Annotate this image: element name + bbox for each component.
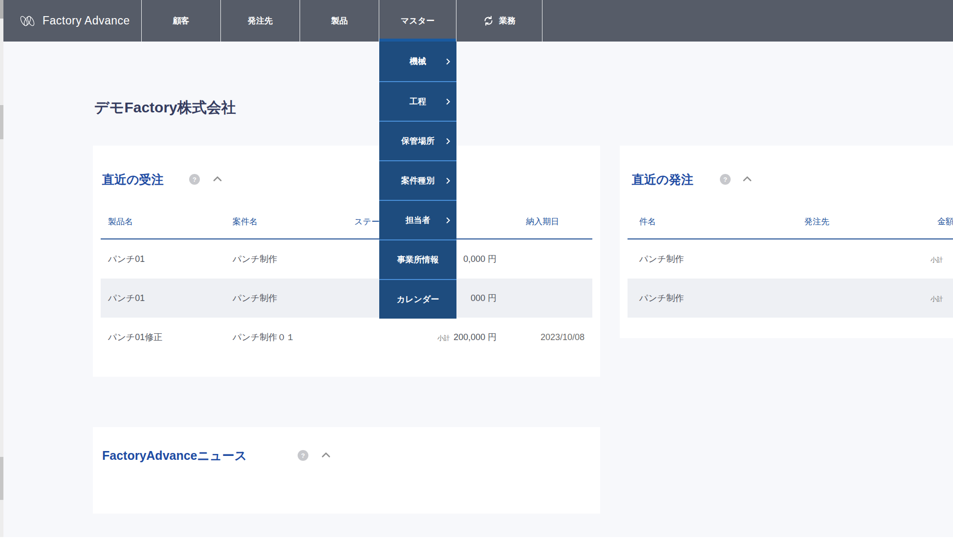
cell-amount: 小計200,000 円 (437, 318, 497, 357)
menu-item-calendar[interactable]: カレンダー (379, 279, 456, 319)
brand-name: Factory Advance (43, 14, 130, 27)
news-card: FactoryAdvanceニュース ? (93, 427, 600, 514)
cell-amount: 0,000 円 (463, 239, 497, 279)
cell-due-date: 2023/10/08 (541, 318, 585, 357)
master-dropdown-menu: 機械 工程 保管場所 案件種別 担当者 事業所情報 カレンダー (379, 42, 456, 319)
order-row[interactable]: パンチ01修正 パンチ制作０１ 小計200,000 円 2023/10/08 (101, 318, 592, 357)
nav-item-customers[interactable]: 顧客 (142, 0, 221, 42)
cell-amount: 000 円 (471, 279, 497, 318)
subtotal-label: 小計 (931, 256, 943, 263)
top-navbar: Factory Advance 顧客 発注先 製品 マスター 業務 (3, 0, 953, 42)
menu-label: 保管場所 (401, 135, 434, 147)
nav-label: 製品 (331, 15, 348, 26)
cell-subject: パンチ制作 (639, 239, 684, 279)
window-edge-segment (0, 0, 3, 19)
question-glyph: ? (723, 176, 727, 183)
cell-product: パンチ01 (108, 279, 145, 318)
question-glyph: ? (301, 452, 305, 459)
menu-item-machines[interactable]: 機械 (379, 42, 456, 81)
chevron-up-icon[interactable] (743, 176, 752, 181)
col-header-project: 案件名 (233, 216, 258, 227)
nav-label: 発注先 (248, 15, 273, 26)
help-icon[interactable]: ? (298, 450, 308, 461)
brand-logo[interactable]: Factory Advance (3, 0, 142, 42)
chevron-right-icon (446, 98, 450, 105)
nav-label: 業務 (499, 15, 516, 26)
nav-label: 顧客 (173, 15, 190, 26)
window-edge-segment (0, 457, 3, 500)
subtotal-label: 小計 (437, 334, 450, 342)
cell-amount: 小計 (931, 279, 947, 318)
purchase-row-highlighted[interactable]: パンチ制作 小計 (628, 279, 953, 318)
col-header-due-date: 納入期日 (526, 216, 559, 227)
subtotal-label: 小計 (931, 295, 943, 302)
brand-mark-icon (18, 15, 37, 27)
chevron-right-icon (446, 58, 450, 65)
nav-item-master[interactable]: マスター (379, 0, 456, 42)
menu-label: 工程 (410, 96, 426, 107)
cell-project: パンチ制作０１ (233, 318, 295, 357)
menu-item-office-info[interactable]: 事業所情報 (379, 239, 456, 279)
col-header-subject: 件名 (639, 216, 656, 227)
col-header-supplier: 発注先 (804, 216, 829, 227)
menu-item-project-types[interactable]: 案件種別 (379, 160, 456, 200)
menu-label: カレンダー (397, 294, 439, 305)
nav-item-operations[interactable]: 業務 (456, 0, 542, 42)
nav-item-products[interactable]: 製品 (300, 0, 379, 42)
chevron-right-icon (446, 217, 450, 223)
chevron-right-icon (446, 138, 450, 144)
news-title: FactoryAdvanceニュース (102, 448, 247, 464)
menu-label: 案件種別 (401, 175, 434, 186)
nav-item-suppliers[interactable]: 発注先 (221, 0, 300, 42)
help-icon[interactable]: ? (189, 174, 200, 185)
cell-project: パンチ制作 (233, 279, 277, 318)
cell-amount: 小計 (931, 239, 947, 279)
recent-purchases-title: 直近の発注 (632, 172, 693, 188)
menu-item-processes[interactable]: 工程 (379, 81, 456, 121)
chevron-up-icon[interactable] (213, 176, 222, 181)
window-edge-segment (0, 105, 3, 139)
order-row[interactable]: パンチ01 パンチ制作 0,000 円 (101, 239, 592, 279)
recent-orders-title: 直近の受注 (102, 172, 164, 188)
cell-product: パンチ01 (108, 239, 145, 279)
order-row-highlighted[interactable]: パンチ01 パンチ制作 000 円 (101, 279, 592, 318)
menu-label: 担当者 (406, 215, 431, 226)
purchase-row[interactable]: パンチ制作 小計 (628, 239, 953, 279)
recent-orders-card: 直近の受注 ? 製品名 案件名 ステータス 納入期日 パンチ01 パンチ制作 0… (93, 146, 600, 377)
help-icon[interactable]: ? (720, 174, 731, 185)
nav-label: マスター (401, 15, 434, 26)
refresh-icon (483, 15, 494, 26)
chevron-right-icon (446, 177, 450, 184)
col-header-product: 製品名 (108, 216, 133, 227)
menu-label: 機械 (410, 56, 426, 67)
window-edge-strip (0, 0, 3, 537)
cell-subject: パンチ制作 (639, 279, 684, 318)
cell-project: パンチ制作 (233, 239, 277, 279)
chevron-up-icon[interactable] (322, 452, 330, 457)
col-header-amount: 金額 (937, 216, 953, 227)
question-glyph: ? (193, 176, 196, 183)
recent-purchases-card: 直近の発注 ? 件名 発注先 金額 パンチ制作 小計 パンチ制作 小計 (620, 146, 953, 338)
cell-product: パンチ01修正 (108, 318, 162, 357)
menu-item-storage-locations[interactable]: 保管場所 (379, 121, 456, 160)
menu-item-staff[interactable]: 担当者 (379, 200, 456, 239)
page-title: デモFactory株式会社 (94, 98, 236, 118)
menu-label: 事業所情報 (397, 254, 439, 265)
